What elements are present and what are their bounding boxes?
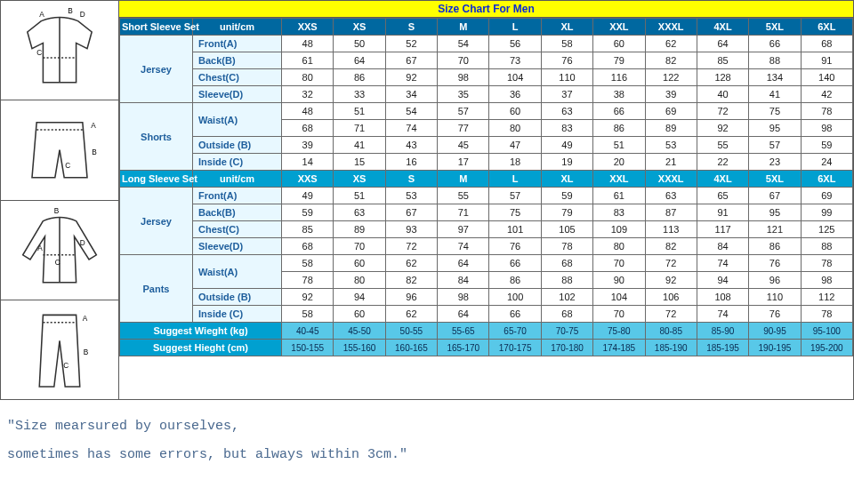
value-cell: 90 [593, 272, 645, 289]
value-cell: 68 [282, 238, 334, 255]
suggest-value: 195-200 [801, 340, 852, 356]
svg-text:D: D [80, 239, 85, 247]
value-cell: 95 [749, 204, 801, 221]
size-header: XXXL [645, 19, 697, 36]
data-row: Outside (B)3941434547495153555759 [120, 137, 853, 154]
measurement-label: Inside (C) [193, 154, 282, 171]
measurement-label: Back(B) [193, 204, 282, 221]
measurement-label: Back(B) [193, 52, 282, 69]
value-cell: 92 [645, 272, 697, 289]
jersey-long-diagram: A B D C [1, 201, 118, 300]
value-cell: 53 [385, 188, 437, 204]
value-cell: 70 [593, 306, 645, 323]
measurement-label: Sleeve(D) [193, 238, 282, 255]
value-cell: 69 [801, 188, 852, 204]
value-cell: 64 [697, 36, 748, 52]
value-cell: 78 [801, 306, 852, 323]
value-cell: 23 [749, 154, 801, 171]
value-cell: 110 [541, 69, 592, 86]
value-cell: 121 [749, 221, 801, 238]
size-header: XXS [282, 19, 334, 36]
svg-text:B: B [54, 207, 60, 215]
data-row: Sleeve(D)6870727476788082848688 [120, 238, 853, 255]
suggest-label: Suggest Hieght (cm) [120, 340, 282, 356]
value-cell: 59 [541, 188, 592, 204]
value-cell: 78 [801, 103, 852, 120]
size-header: S [385, 19, 437, 36]
value-cell: 49 [282, 188, 334, 204]
value-cell: 64 [438, 255, 489, 272]
value-cell: 76 [489, 238, 541, 255]
value-cell: 21 [645, 154, 697, 171]
value-cell: 78 [801, 255, 852, 272]
value-cell: 99 [801, 204, 852, 221]
value-cell: 102 [541, 289, 592, 306]
size-header: M [438, 19, 489, 36]
value-cell: 91 [697, 204, 748, 221]
value-cell: 57 [489, 188, 541, 204]
value-cell: 92 [385, 69, 437, 86]
svg-text:C: C [63, 362, 68, 370]
section-name: Short Sleeve Set [120, 19, 193, 36]
value-cell: 92 [697, 120, 748, 137]
chart-container: A D B C A B C [0, 0, 854, 400]
unit-label: unit/cm [193, 171, 282, 188]
data-row: Back(B)6164677073767982858891 [120, 52, 853, 69]
value-cell: 101 [489, 221, 541, 238]
value-cell: 76 [749, 306, 801, 323]
svg-text:B: B [92, 148, 97, 156]
suggest-value: 95-100 [801, 323, 852, 340]
data-row: Outside (B)92949698100102104106108110112 [120, 289, 853, 306]
suggest-row: Suggest Wieght (kg)40-4545-5050-5555-656… [120, 323, 853, 340]
suggest-value: 50-55 [385, 323, 437, 340]
value-cell: 51 [334, 188, 385, 204]
value-cell: 34 [385, 86, 437, 103]
table-column: Size Chart For Men Short Sleeve Setunit/… [119, 1, 853, 399]
value-cell: 24 [801, 154, 852, 171]
value-cell: 113 [645, 221, 697, 238]
value-cell: 45 [438, 137, 489, 154]
svg-text:A: A [39, 11, 44, 19]
value-cell: 88 [749, 52, 801, 69]
value-cell: 20 [593, 154, 645, 171]
value-cell: 97 [438, 221, 489, 238]
size-header: L [489, 19, 541, 36]
value-cell: 80 [334, 272, 385, 289]
value-cell: 98 [801, 272, 852, 289]
value-cell: 41 [334, 137, 385, 154]
data-row: Inside (C)5860626466687072747678 [120, 306, 853, 323]
value-cell: 128 [697, 69, 748, 86]
pants-diagram: A B C [1, 300, 118, 399]
size-header: XXL [593, 19, 645, 36]
value-cell: 48 [282, 36, 334, 52]
value-cell: 125 [801, 221, 852, 238]
value-cell: 110 [749, 289, 801, 306]
value-cell: 55 [438, 188, 489, 204]
value-cell: 32 [282, 86, 334, 103]
svg-text:C: C [55, 259, 60, 267]
value-cell: 85 [282, 221, 334, 238]
footnote-line-2: sometimes has some errors, but always wi… [7, 441, 847, 469]
value-cell: 86 [334, 69, 385, 86]
data-row: Chest(C)80869298104110116122128134140 [120, 69, 853, 86]
value-cell: 77 [438, 120, 489, 137]
value-cell: 71 [438, 204, 489, 221]
value-cell: 62 [385, 306, 437, 323]
value-cell: 58 [541, 36, 592, 52]
value-cell: 16 [385, 154, 437, 171]
jersey-short-diagram: A D B C [1, 1, 118, 100]
value-cell: 54 [385, 103, 437, 120]
value-cell: 57 [438, 103, 489, 120]
value-cell: 105 [541, 221, 592, 238]
size-header: XL [541, 171, 592, 188]
value-cell: 70 [334, 238, 385, 255]
value-cell: 41 [749, 86, 801, 103]
suggest-value: 174-185 [593, 340, 645, 356]
suggest-row: Suggest Hieght (cm)150-155155-160160-165… [120, 340, 853, 356]
value-cell: 80 [282, 69, 334, 86]
value-cell: 94 [697, 272, 748, 289]
suggest-value: 190-195 [749, 340, 801, 356]
value-cell: 59 [801, 137, 852, 154]
value-cell: 109 [593, 221, 645, 238]
value-cell: 89 [334, 221, 385, 238]
